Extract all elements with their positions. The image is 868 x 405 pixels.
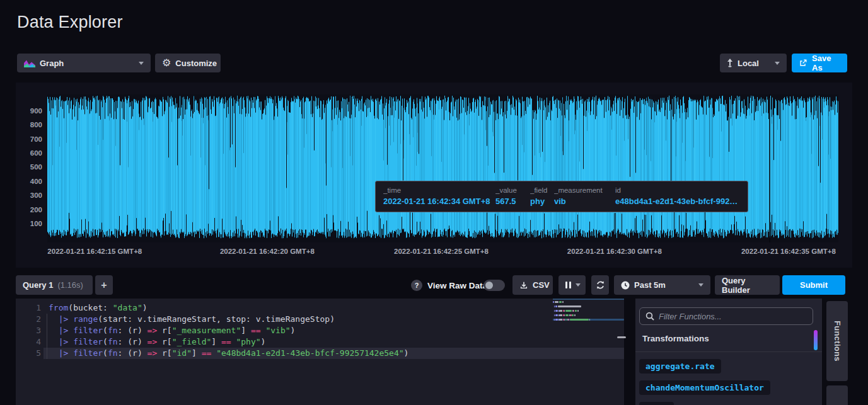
clock-icon	[621, 281, 630, 290]
query-builder-button[interactable]: Query Builder	[715, 275, 780, 295]
view-type-label: Graph	[40, 59, 64, 68]
line-number: 3	[16, 325, 41, 336]
help-icon[interactable]: ?	[411, 280, 422, 291]
page-title: Data Explorer	[17, 13, 123, 32]
query-tab-duration: (1.16s)	[57, 280, 83, 290]
tooltip-value: e48bd4a1-e2d1-43eb-bfcf-992…	[615, 197, 740, 206]
line-number: 5	[16, 348, 41, 359]
y-axis-tick: 400	[18, 178, 42, 185]
y-axis-tick: 100	[18, 220, 42, 227]
tooltip-column-field: _fieldphy	[530, 186, 554, 208]
tooltip-value: vib	[554, 197, 615, 206]
tooltip-header: id	[615, 186, 740, 194]
line-number: 1	[16, 302, 41, 314]
local-label: Local	[738, 59, 759, 68]
tab-functions[interactable]: Functions	[826, 301, 848, 381]
code-line[interactable]: 5 |> filter(fn: (r) => r["id"] == "e48bd…	[16, 348, 624, 359]
line-text: |> filter(fn: (r) => r["_field"] == "phy…	[49, 336, 265, 348]
view-type-dropdown[interactable]: Graph	[17, 54, 151, 72]
functions-panel: Transformations aggregate.ratechandeMome…	[635, 299, 822, 405]
chevron-down-icon	[698, 283, 703, 287]
view-raw-data-label: View Raw Data	[427, 281, 487, 290]
tab-collapsed-secondary[interactable]	[826, 385, 848, 405]
hover-crosshair	[769, 94, 770, 242]
code-line[interactable]: 4 |> filter(fn: (r) => r["_field"] == "p…	[16, 336, 624, 348]
pause-icon	[565, 282, 571, 288]
y-axis-tick: 500	[18, 163, 42, 171]
tooltip-column-id: ide48bd4a1-e2d1-43eb-bfcf-992…	[615, 186, 740, 208]
csv-label: CSV	[533, 280, 550, 290]
line-text: |> filter(fn: (r) => r["_measurement"] =…	[49, 325, 295, 336]
editor-minimap[interactable]	[553, 301, 624, 339]
local-dropdown[interactable]: Local	[720, 54, 787, 72]
panel-scrollbar[interactable]	[814, 330, 818, 350]
x-axis-tick: 2022-01-21 16:42:25 GMT+8	[394, 248, 489, 255]
function-item[interactable]	[639, 402, 674, 405]
add-query-button[interactable]: +	[95, 275, 113, 295]
code-line[interactable]: 2 |> range(start: v.timeRangeStart, stop…	[16, 314, 624, 325]
csv-download-button[interactable]: CSV	[512, 275, 553, 295]
y-axis-tick: 900	[18, 107, 42, 115]
y-axis-tick: 200	[18, 206, 42, 214]
tooltip-header: _value	[495, 186, 530, 194]
line-text: |> range(start: v.timeRangeStart, stop: …	[49, 314, 335, 325]
save-as-label: Save As	[812, 54, 840, 72]
export-icon	[799, 59, 807, 67]
y-axis-tick: 300	[18, 191, 42, 199]
filter-functions-search[interactable]	[639, 307, 813, 325]
x-axis-tick: 2022-01-21 16:42:15 GMT+8	[47, 248, 142, 255]
functions-tab-label: Functions	[833, 321, 842, 362]
data-explorer-page: Data Explorer Graph ⚙ Customize Local	[0, 0, 868, 405]
chevron-down-icon	[139, 62, 144, 65]
refresh-button[interactable]	[591, 275, 609, 295]
minimap-line	[553, 301, 624, 303]
tooltip-header: _field	[530, 186, 554, 194]
toggle-knob	[485, 282, 493, 289]
search-input[interactable]	[659, 312, 807, 321]
query-tab[interactable]: Query 1 (1.16s)	[16, 275, 93, 295]
tooltip-value: 567.5	[495, 197, 530, 206]
chart-panel: 100200300400500600700800900 2022-01-21 1…	[16, 83, 852, 268]
code-line[interactable]: 3 |> filter(fn: (r) => r["_measurement"]…	[16, 325, 624, 336]
time-range-label: Past 5m	[634, 280, 666, 290]
line-number: 2	[16, 314, 41, 325]
section-header-transformations: Transformations	[642, 334, 709, 343]
arrow-up-icon	[727, 59, 733, 67]
flux-code-editor[interactable]: 1from(bucket: "data")2 |> range(start: v…	[16, 299, 624, 405]
line-text: from(bucket: "data")	[49, 302, 148, 314]
line-number: 4	[16, 336, 41, 348]
chevron-down-icon	[775, 62, 780, 65]
x-axis-tick: 2022-01-21 16:42:35 GMT+8	[741, 248, 836, 255]
tooltip-header: _measurement	[554, 186, 615, 194]
y-axis-tick: 700	[18, 135, 42, 143]
minimap-line	[553, 314, 624, 316]
splitter-handle[interactable]	[617, 336, 626, 338]
chart-plot-area[interactable]	[47, 94, 838, 242]
submit-button[interactable]: Submit	[782, 275, 845, 295]
tooltip-column-measurement: _measurementvib	[554, 186, 615, 208]
refresh-icon	[596, 280, 605, 290]
tooltip-header: _time	[383, 186, 495, 194]
line-text: |> filter(fn: (r) => r["id"] == "e48bd4a…	[49, 348, 408, 359]
tooltip-column-time: _time2022-01-21 16:42:34 GMT+8	[383, 186, 495, 208]
minimap-line	[553, 319, 624, 321]
tooltip-value: phy	[530, 197, 554, 206]
download-icon	[519, 281, 528, 290]
divider	[635, 351, 822, 352]
search-icon	[645, 312, 654, 321]
customize-button[interactable]: ⚙ Customize	[155, 54, 221, 72]
code-line[interactable]: 1from(bucket: "data")	[16, 302, 624, 314]
graph-chart-icon	[24, 59, 35, 67]
query-tab-name: Query 1	[23, 280, 53, 290]
view-raw-data-toggle[interactable]	[483, 280, 505, 291]
minimap-slider	[553, 299, 624, 300]
save-as-button[interactable]: Save As	[792, 54, 847, 72]
function-item[interactable]: aggregate.rate	[639, 359, 721, 374]
hover-tooltip: _time2022-01-21 16:42:34 GMT+8_value567.…	[375, 181, 748, 212]
minimap-line	[553, 305, 624, 307]
x-axis-tick: 2022-01-21 16:42:30 GMT+8	[567, 248, 662, 255]
y-axis-tick: 800	[18, 121, 42, 128]
pause-button[interactable]	[558, 275, 586, 295]
function-item[interactable]: chandeMomentumOscillator	[639, 380, 770, 395]
time-range-dropdown[interactable]: Past 5m	[614, 275, 710, 295]
